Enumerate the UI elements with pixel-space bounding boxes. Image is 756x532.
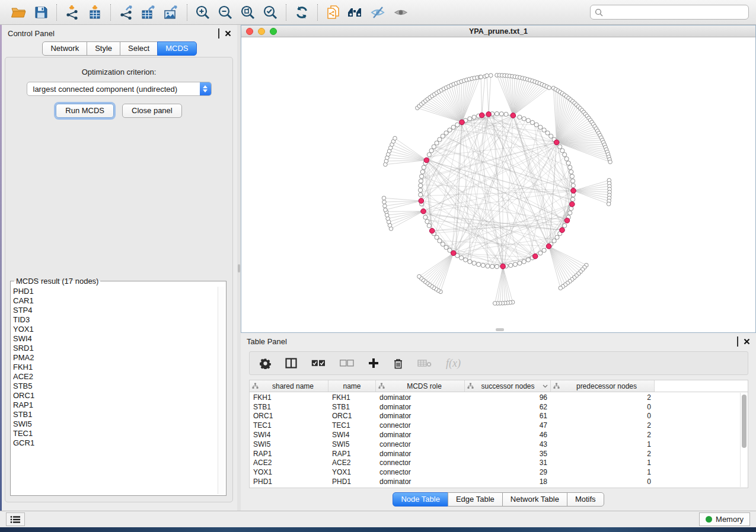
column-label: predecessor nodes: [562, 382, 652, 390]
column-header-mcds-role[interactable]: MCDS role: [376, 380, 465, 392]
close-panel-button[interactable]: Close panel: [122, 104, 182, 118]
search-box[interactable]: [590, 5, 749, 20]
tab-mcds[interactable]: MCDS: [157, 41, 196, 56]
mcds-result-item[interactable]: FKH1: [13, 363, 217, 372]
import-table-button[interactable]: [84, 3, 106, 22]
run-mcds-button[interactable]: Run MCDS: [56, 104, 114, 118]
mcds-result-item[interactable]: TEC1: [13, 429, 217, 438]
table-row[interactable]: ACE2ACE2connector311: [250, 459, 739, 468]
mcds-result-item[interactable]: ACE2: [13, 372, 217, 382]
cell-predecessor-nodes: 2: [551, 431, 655, 439]
table-row[interactable]: ORC1ORC1dominator610: [250, 412, 739, 421]
toolbar-separator: [56, 4, 57, 21]
tab-network[interactable]: Network: [42, 41, 87, 56]
network-canvas[interactable]: [241, 37, 755, 332]
mcds-result-item[interactable]: STP4: [13, 306, 217, 315]
cell-successor-nodes: 61: [465, 412, 551, 420]
add-column-button[interactable]: [368, 358, 379, 368]
mcds-result-item[interactable]: CAR1: [13, 296, 217, 306]
table-row[interactable]: YOX1YOX1connector291: [250, 467, 739, 477]
network-window-titlebar[interactable]: YPA_prune.txt_1: [241, 25, 755, 37]
table-row[interactable]: FKH1FKH1dominator962: [250, 393, 739, 402]
splitter-grip[interactable]: [238, 264, 240, 273]
float-panel-icon[interactable]: [737, 337, 738, 346]
mcds-result-item[interactable]: ORC1: [13, 391, 217, 400]
function-builder-button[interactable]: f(x): [446, 357, 461, 370]
desktop-wallpaper-bottom: [0, 527, 756, 532]
split-panel-button[interactable]: [285, 358, 297, 368]
mcds-result-list[interactable]: PHD1CAR1STP4TID3YOX1SWI4SRD1PMA2FKH1ACE2…: [13, 287, 217, 494]
table-scrollbar-thumb[interactable]: [742, 395, 747, 448]
dominator-node: [419, 198, 424, 204]
import-network-button[interactable]: [61, 3, 84, 22]
column-header-successor-nodes[interactable]: successor nodes: [465, 380, 551, 392]
table-row[interactable]: STB1STB1dominator620: [250, 402, 739, 412]
hide-details-button[interactable]: [367, 3, 390, 22]
table-row[interactable]: PHD1PHD1dominator180: [250, 477, 739, 486]
show-details-button[interactable]: [390, 3, 412, 22]
tab-edge-table[interactable]: Edge Table: [448, 492, 503, 507]
table-scrollbar[interactable]: [740, 393, 748, 487]
dominator-node: [564, 218, 570, 223]
column-header-predecessor-nodes[interactable]: predecessor nodes: [551, 380, 655, 392]
export-table-button[interactable]: [138, 3, 160, 22]
tab-node-table[interactable]: Node Table: [393, 492, 448, 507]
mcds-result-item[interactable]: SWI4: [13, 334, 217, 344]
tab-motifs[interactable]: Motifs: [567, 492, 604, 507]
copy-share-button[interactable]: [322, 3, 344, 22]
column-header-name[interactable]: name: [328, 380, 376, 392]
mcds-result-item[interactable]: TID3: [13, 315, 217, 325]
close-panel-icon[interactable]: [744, 338, 750, 345]
table-row[interactable]: SWI4SWI4dominator462: [250, 430, 739, 440]
mcds-result-item[interactable]: RAP1: [13, 400, 217, 410]
mcds-result-item[interactable]: STB1: [13, 410, 217, 419]
mcds-result-item[interactable]: PMA2: [13, 353, 217, 363]
mcds-result-item[interactable]: SRD1: [13, 344, 217, 353]
horizontal-splitter-grip[interactable]: [496, 328, 504, 331]
cell-successor-nodes: 62: [465, 403, 551, 411]
mcds-result-item[interactable]: GCR1: [13, 438, 217, 448]
delete-table-button[interactable]: [417, 359, 432, 367]
save-session-button[interactable]: [30, 3, 52, 22]
network-graph[interactable]: [241, 37, 755, 332]
dominator-node: [479, 113, 484, 118]
open-file-button[interactable]: [7, 3, 30, 22]
float-panel-icon[interactable]: [218, 29, 219, 38]
mcds-result-item[interactable]: SWI5: [13, 419, 217, 429]
mcds-result-scrollbar[interactable]: [218, 287, 225, 494]
export-network-button[interactable]: [115, 3, 138, 22]
table-row[interactable]: TEC1TEC1connector472: [250, 421, 739, 430]
deselect-all-button[interactable]: [340, 360, 354, 367]
cell-shared-name: TEC1: [250, 421, 328, 430]
optimization-criterion-select[interactable]: largest connected component (undirected): [27, 82, 212, 96]
zoom-out-button[interactable]: [214, 3, 237, 22]
mcds-result-item[interactable]: YOX1: [13, 325, 217, 334]
window-close-icon[interactable]: [246, 28, 253, 35]
cell-name: TEC1: [328, 421, 376, 430]
refresh-button[interactable]: [291, 3, 313, 22]
tab-network-table[interactable]: Network Table: [502, 492, 567, 507]
memory-button[interactable]: Memory: [699, 512, 750, 526]
export-image-button[interactable]: [160, 3, 183, 22]
mcds-result-item[interactable]: STB5: [13, 382, 217, 391]
zoom-in-button[interactable]: [192, 3, 214, 22]
tab-style[interactable]: Style: [87, 41, 120, 56]
table-row[interactable]: SWI5SWI5connector431: [250, 440, 739, 449]
window-maximize-icon[interactable]: [270, 28, 277, 35]
table-row[interactable]: RAP1RAP1dominator352: [250, 449, 739, 459]
search-input[interactable]: [606, 8, 744, 17]
settings-gear-button[interactable]: [260, 358, 271, 369]
window-minimize-icon[interactable]: [258, 28, 265, 35]
mcds-result-item[interactable]: PHD1: [13, 287, 217, 296]
delete-column-button[interactable]: [393, 358, 403, 369]
tab-select[interactable]: Select: [120, 41, 158, 56]
close-panel-icon[interactable]: [225, 30, 231, 37]
deselect-all-icon: [340, 360, 354, 367]
cell-mcds-role: connector: [376, 440, 465, 448]
task-history-button[interactable]: [6, 512, 25, 526]
birds-eye-view-button[interactable]: [344, 3, 367, 22]
select-all-button[interactable]: [311, 360, 326, 367]
column-header-shared-name[interactable]: shared name: [250, 380, 328, 392]
zoom-fit-button[interactable]: [237, 3, 259, 22]
zoom-selected-button[interactable]: [259, 3, 282, 22]
